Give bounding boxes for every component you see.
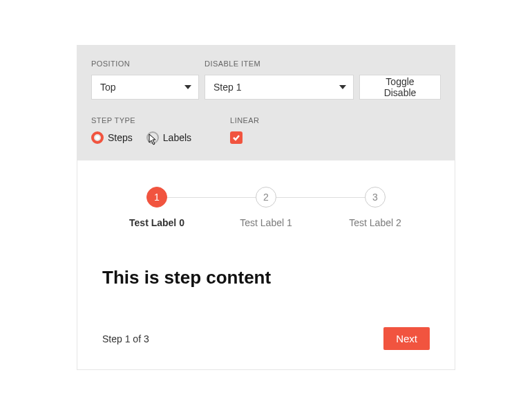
step-type-field: STEP TYPE Steps Labels	[91, 116, 191, 144]
disable-item-value: Step 1	[213, 82, 241, 93]
toggle-disable-button[interactable]: Toggle Disable	[359, 75, 441, 100]
radio-icon	[146, 131, 159, 144]
step-circle: 3	[365, 187, 386, 208]
radio-steps[interactable]: Steps	[91, 131, 133, 144]
next-button[interactable]: Next	[383, 327, 430, 350]
chevron-down-icon	[339, 85, 346, 89]
config-row-2: STEP TYPE Steps Labels LI	[91, 116, 441, 144]
step-1[interactable]: 1 Test Label 0	[102, 187, 211, 228]
linear-label: LINEAR	[230, 116, 259, 124]
step-connector	[276, 197, 365, 198]
step-connector	[167, 197, 256, 198]
content-area: 1 Test Label 0 2 Test Label 1 3 Test Lab…	[77, 160, 455, 369]
stepper: 1 Test Label 0 2 Test Label 1 3 Test Lab…	[102, 187, 430, 228]
step-circle: 2	[256, 187, 276, 208]
position-label: POSITION	[91, 59, 199, 68]
step-status: Step 1 of 3	[102, 333, 149, 344]
step-label: Test Label 1	[240, 217, 292, 228]
radio-icon	[91, 131, 104, 144]
position-select[interactable]: Top	[91, 75, 199, 100]
step-type-label: STEP TYPE	[91, 116, 191, 124]
step-3[interactable]: 3 Test Label 2	[321, 187, 430, 228]
step-2[interactable]: 2 Test Label 1	[211, 187, 321, 228]
check-icon	[232, 133, 240, 142]
radio-labels[interactable]: Labels	[146, 131, 191, 144]
step-label: Test Label 0	[129, 217, 184, 228]
step-circle: 1	[146, 187, 167, 208]
config-row-1: POSITION Top DISABLE ITEM Step 1 Toggle …	[91, 59, 441, 100]
linear-field: LINEAR	[230, 116, 259, 144]
step-type-radio-group: Steps Labels	[91, 131, 191, 144]
disable-item-field: DISABLE ITEM Step 1	[205, 59, 354, 100]
disable-item-label: DISABLE ITEM	[205, 59, 354, 68]
radio-label: Steps	[108, 132, 133, 143]
disable-item-select[interactable]: Step 1	[205, 75, 354, 100]
linear-checkbox[interactable]	[230, 131, 243, 144]
position-field: POSITION Top	[91, 59, 199, 100]
footer: Step 1 of 3 Next	[102, 327, 430, 350]
stepper-panel: POSITION Top DISABLE ITEM Step 1 Toggle …	[77, 45, 455, 370]
radio-label: Labels	[163, 132, 191, 143]
config-area: POSITION Top DISABLE ITEM Step 1 Toggle …	[77, 46, 455, 160]
step-label: Test Label 2	[349, 217, 401, 228]
content-heading: This is step content	[102, 267, 430, 288]
chevron-down-icon	[184, 85, 191, 89]
position-value: Top	[100, 82, 116, 93]
